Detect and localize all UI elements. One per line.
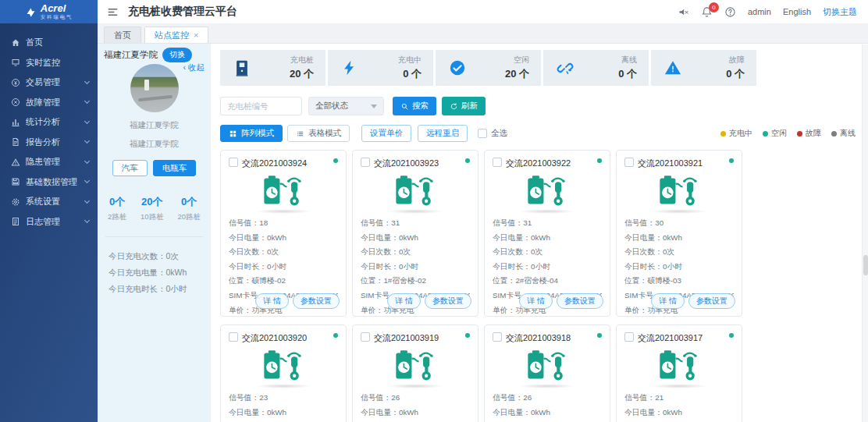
sidebar-item-base-data[interactable]: 基础数据管理 [0,172,98,193]
scrollbar-thumb[interactable] [863,255,868,275]
sidebar-item-system-settings[interactable]: 系统设置 [0,192,98,212]
pile-card: 交流2021003920 [220,324,347,422]
warning-triangle-icon [664,59,681,76]
chevron-down-icon [84,178,90,183]
tab[interactable]: 站点监控 × [144,27,208,43]
check-circle-icon [449,59,466,76]
detail-button[interactable]: 详 情 [519,293,553,309]
energy-line: 今日电量：0kWh [229,231,338,246]
language-switch[interactable]: English [783,7,811,16]
array-mode-button[interactable]: 阵列模式 [220,125,283,142]
daily-stats: 今日充电次数：0次 今日充电电量：0kWh 今日充电时长：0小时 [98,237,211,297]
username[interactable]: admin [748,7,771,16]
table-mode-button[interactable]: 表格模式 [287,125,350,142]
switch-site-button[interactable]: 切换 [162,48,192,62]
detail-button[interactable]: 详 情 [651,293,685,309]
icon-shadow [519,209,575,214]
summary-value: 20 个 [505,67,529,81]
duration-line: 今日时长：0小时 [229,260,338,275]
icon-shadow [255,384,311,388]
card-checkbox[interactable] [229,158,238,167]
status-dot [333,158,338,163]
collapse-menu-icon[interactable] [107,6,119,18]
pile-stat: 0个 2路桩 [108,195,126,222]
count-line: 今日次数：0次 [624,245,734,260]
detail-button[interactable]: 详 情 [387,293,421,309]
vehicle-tab[interactable]: 汽车 [112,160,148,176]
card-checkbox[interactable] [624,158,634,167]
sidebar-item-log-mgmt[interactable]: 日志管理 [0,212,98,232]
card-checkbox[interactable] [493,332,502,342]
chevron-down-icon [84,98,90,104]
status-select[interactable]: 全部状态 [308,97,384,115]
vehicle-tab[interactable]: 电瓶车 [153,160,197,176]
sidebar-item-label: 首页 [26,37,89,48]
collapse-panel-link[interactable]: ‹ 收起 [183,62,205,73]
signal-line: 信号值：31 [493,216,602,231]
set-price-button[interactable]: 设置单价 [361,125,411,142]
pile-title: 交流2021003917 [638,332,703,344]
legend-dot [720,131,726,137]
brand-subtitle: 安科瑞电气 [41,15,73,20]
charging-pile-scooter-icon [656,349,702,382]
sidebar-item-label: 隐患管理 [26,156,80,168]
brand-name: Acrel [41,3,73,13]
sidebar-item-realtime-monitor[interactable]: 实时监控 [0,53,98,73]
params-settings-button[interactable]: 参数设置 [688,293,735,309]
sidebar-item-fault-mgmt[interactable]: 故障管理 [0,93,98,113]
sidebar-item-trade-mgmt[interactable]: 交易管理 [0,73,98,93]
signal-line: 信号值：26 [493,391,602,406]
signal-line: 信号值：18 [229,216,338,231]
pile-number-input[interactable] [220,97,302,115]
chevron-down-icon [84,218,90,223]
card-checkbox[interactable] [493,158,502,167]
app-window: Acrel 安科瑞电气 首页 实时监控 交易管理 [0,0,868,422]
summary-label: 充电中 [398,55,422,66]
bell-icon[interactable]: 0 [701,6,713,18]
legend-label: 充电中 [729,128,752,139]
mute-icon[interactable] [678,6,689,18]
toolbar: 阵列模式 表格模式 设置单价 远程重启 全选 [220,125,868,142]
energy-line: 今日电量：0kWh [361,231,470,246]
help-icon[interactable] [724,6,736,18]
pile-card: 交流2021003922 [484,150,610,317]
summary-value: 0 个 [726,67,745,81]
card-checkbox[interactable] [624,332,634,342]
theme-switch-link[interactable]: 切换主题 [823,6,857,18]
station-caption: 福建江夏学院 [98,139,211,150]
refresh-button[interactable]: 刷新 [442,97,486,115]
sidebar-item-hazard-mgmt[interactable]: 隐患管理 [0,152,98,172]
duration-line: 今日时长：0小时 [493,260,602,275]
params-settings-button[interactable]: 参数设置 [557,293,603,309]
icon-shadow [519,384,575,388]
sidebar-item-stat-analysis[interactable]: 统计分析 [0,112,98,133]
acrel-logo-icon [25,6,37,18]
params-settings-button[interactable]: 参数设置 [425,293,471,309]
filter-row: 全部状态 搜索 刷新 [220,97,868,115]
sidebar-item-report-analysis[interactable]: 报告分析 [0,133,98,153]
energy-line: 今日电量：0kWh [624,231,734,246]
status-dot [597,158,602,163]
tab[interactable]: 首页 [104,27,141,43]
signal-line: 信号值：26 [361,391,470,406]
card-checkbox[interactable] [361,332,370,342]
sidebar-item-label: 基础数据管理 [26,176,80,188]
energy-line: 今日电量：0kWh [624,406,734,420]
pile-stat-label: 10路桩 [141,212,164,222]
search-button[interactable]: 搜索 [393,97,436,115]
remote-reboot-button[interactable]: 远程重启 [418,125,468,142]
params-settings-button[interactable]: 参数设置 [293,293,340,309]
charging-pile-scooter-icon [261,175,306,207]
card-checkbox[interactable] [361,158,370,167]
select-all-checkbox[interactable] [478,129,487,138]
card-actions: 详 情 参数设置 [519,293,603,309]
tab-label: 首页 [114,30,131,41]
detail-button[interactable]: 详 情 [255,293,289,309]
sidebar-item-label: 故障管理 [26,97,80,108]
pile-card: 交流2021003921 [616,150,742,317]
tab-close-icon[interactable]: × [194,30,198,40]
status-select-value: 全部状态 [315,101,348,112]
sidebar-item-home[interactable]: 首页 [0,33,98,53]
bar-chart-icon [11,118,20,127]
card-checkbox[interactable] [229,332,238,342]
